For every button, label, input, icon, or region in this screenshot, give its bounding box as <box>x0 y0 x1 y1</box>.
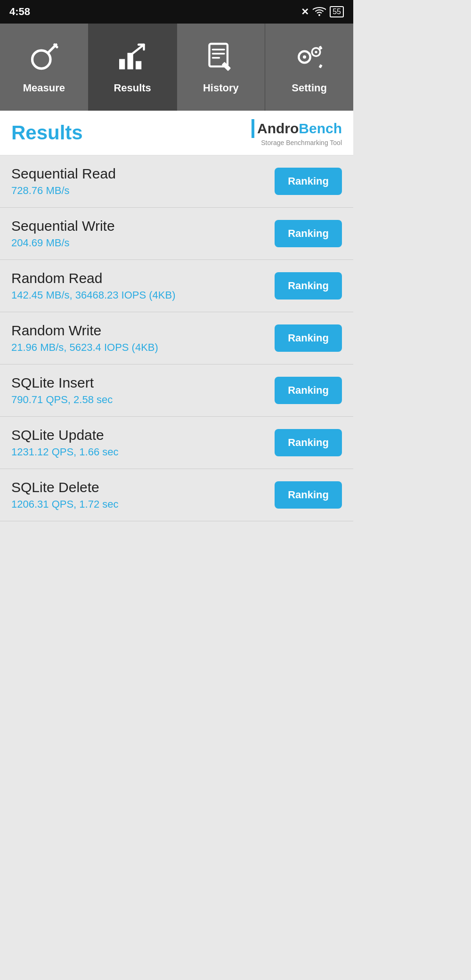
result-info-seq-read: Sequential Read728.76 MB/s <box>11 166 275 197</box>
result-value-sqlite-update: 1231.12 QPS, 1.66 sec <box>11 446 275 458</box>
svg-line-2 <box>55 44 57 47</box>
tab-measure-label: Measure <box>23 82 65 94</box>
brand-name: AndroBench <box>252 119 342 138</box>
wifi-icon <box>313 6 326 18</box>
result-row-rand-read: Random Read142.45 MB/s, 36468.23 IOPS (4… <box>0 260 353 312</box>
result-info-sqlite-update: SQLite Update1231.12 QPS, 1.66 sec <box>11 427 275 458</box>
results-list: Sequential Read728.76 MB/sRankingSequent… <box>0 155 353 521</box>
result-name-rand-write: Random Write <box>11 323 275 339</box>
ranking-button-seq-write[interactable]: Ranking <box>275 220 342 247</box>
result-value-seq-read: 728.76 MB/s <box>11 185 275 197</box>
result-row-seq-read: Sequential Read728.76 MB/sRanking <box>0 155 353 208</box>
result-name-sqlite-delete: SQLite Delete <box>11 479 275 495</box>
result-value-seq-write: 204.69 MB/s <box>11 237 275 249</box>
brand-bar-accent <box>252 119 254 138</box>
result-info-rand-write: Random Write21.96 MB/s, 5623.4 IOPS (4KB… <box>11 323 275 354</box>
setting-icon <box>293 40 326 77</box>
result-value-sqlite-insert: 790.71 QPS, 2.58 sec <box>11 394 275 406</box>
battery-icon: 55 <box>330 6 344 17</box>
ranking-button-rand-write[interactable]: Ranking <box>275 324 342 352</box>
result-name-sqlite-update: SQLite Update <box>11 427 275 443</box>
result-row-rand-write: Random Write21.96 MB/s, 5623.4 IOPS (4KB… <box>0 312 353 364</box>
tab-setting[interactable]: Setting <box>265 24 353 111</box>
history-icon <box>204 40 237 77</box>
brand-andro: Andro <box>257 121 299 137</box>
brand-subtitle: Storage Benchmarking Tool <box>261 139 342 146</box>
result-value-rand-read: 142.45 MB/s, 36468.23 IOPS (4KB) <box>11 289 275 301</box>
result-info-sqlite-insert: SQLite Insert790.71 QPS, 2.58 sec <box>11 375 275 406</box>
status-time: 4:58 <box>9 6 30 18</box>
ranking-button-rand-read[interactable]: Ranking <box>275 272 342 300</box>
svg-rect-5 <box>136 61 141 69</box>
result-row-sqlite-update: SQLite Update1231.12 QPS, 1.66 secRankin… <box>0 417 353 469</box>
result-info-sqlite-delete: SQLite Delete1206.31 QPS, 1.72 sec <box>11 479 275 510</box>
svg-line-6 <box>132 44 144 53</box>
ranking-button-sqlite-delete[interactable]: Ranking <box>275 481 342 509</box>
tab-history[interactable]: History <box>177 24 266 111</box>
ranking-button-sqlite-update[interactable]: Ranking <box>275 429 342 456</box>
status-right: ✕ 55 <box>301 6 344 18</box>
result-row-seq-write: Sequential Write204.69 MB/sRanking <box>0 208 353 260</box>
result-name-rand-read: Random Read <box>11 270 275 286</box>
close-icon: ✕ <box>301 6 309 17</box>
svg-point-16 <box>315 50 317 53</box>
tab-setting-label: Setting <box>292 82 327 94</box>
tab-results[interactable]: Results <box>89 24 177 111</box>
header-row: Results AndroBench Storage Benchmarking … <box>0 111 353 155</box>
tab-results-label: Results <box>114 82 151 94</box>
result-row-sqlite-insert: SQLite Insert790.71 QPS, 2.58 secRanking <box>0 364 353 417</box>
result-name-seq-write: Sequential Write <box>11 218 275 234</box>
result-value-rand-write: 21.96 MB/s, 5623.4 IOPS (4KB) <box>11 341 275 354</box>
ranking-button-sqlite-insert[interactable]: Ranking <box>275 377 342 404</box>
result-name-sqlite-insert: SQLite Insert <box>11 375 275 391</box>
result-info-rand-read: Random Read142.45 MB/s, 36468.23 IOPS (4… <box>11 270 275 301</box>
measure-icon <box>27 40 60 77</box>
tab-history-label: History <box>203 82 239 94</box>
result-value-sqlite-delete: 1206.31 QPS, 1.72 sec <box>11 498 275 510</box>
result-name-seq-read: Sequential Read <box>11 166 275 182</box>
status-bar: 4:58 ✕ 55 <box>0 0 353 24</box>
svg-rect-3 <box>119 59 125 69</box>
brand-area: AndroBench Storage Benchmarking Tool <box>252 119 342 146</box>
tab-measure[interactable]: Measure <box>0 24 89 111</box>
svg-rect-4 <box>128 53 133 69</box>
ranking-button-seq-read[interactable]: Ranking <box>275 168 342 195</box>
page-title: Results <box>11 121 83 144</box>
status-icons: ✕ 55 <box>301 6 344 18</box>
result-row-sqlite-delete: SQLite Delete1206.31 QPS, 1.72 secRankin… <box>0 469 353 521</box>
bottom-space <box>0 521 353 851</box>
nav-bar: Measure Results <box>0 24 353 111</box>
brand-bench: Bench <box>299 121 342 137</box>
svg-point-14 <box>303 55 306 58</box>
result-info-seq-write: Sequential Write204.69 MB/s <box>11 218 275 249</box>
svg-rect-19 <box>318 64 322 68</box>
results-icon <box>116 40 149 77</box>
